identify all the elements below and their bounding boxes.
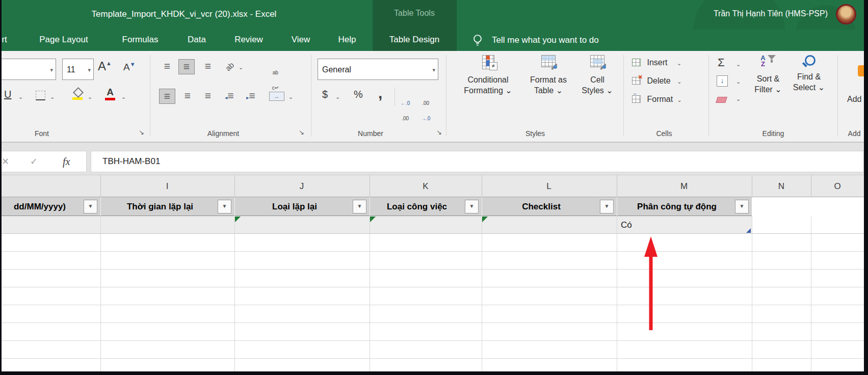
align-top-button[interactable]: ≡: [159, 59, 175, 74]
cancel-icon[interactable]: ✕: [2, 151, 9, 172]
grow-font-button[interactable]: A▲: [98, 59, 112, 73]
underline-button[interactable]: U: [4, 89, 11, 100]
tab-table-design[interactable]: Table Design: [389, 35, 439, 45]
filter-button-thoi-gian[interactable]: ▼: [218, 200, 231, 213]
filter-button-loai-lap-lai[interactable]: ▼: [353, 200, 366, 213]
header-loai-cong-viec[interactable]: Loại công việc: [387, 197, 447, 216]
font-size-combo[interactable]: 11 ▾: [62, 59, 94, 80]
font-name-combo[interactable]: ▾: [0, 59, 56, 80]
align-right-button[interactable]: ≡: [200, 89, 216, 104]
column-header-N[interactable]: N: [778, 175, 784, 197]
screen-edge-bottom: [0, 371, 868, 375]
filter-button-phan-cong[interactable]: ▼: [735, 200, 749, 213]
fill-dropdown-icon[interactable]: ⌄: [736, 78, 741, 85]
format-cells-button[interactable]: ↔ Format ⌄: [632, 95, 682, 104]
number-dialog-launcher[interactable]: ↘: [436, 128, 442, 136]
filter-button-date[interactable]: ▼: [84, 200, 97, 213]
header-cell-separator: [482, 197, 482, 216]
avatar[interactable]: [836, 4, 856, 24]
header-thoi-gian-lap-lai[interactable]: Thời gian lặp lại: [127, 197, 193, 216]
addins-button[interactable]: Add: [847, 95, 861, 104]
insert-function-icon[interactable]: fx: [63, 151, 70, 172]
currency-button[interactable]: $: [322, 89, 328, 100]
fill-color-button[interactable]: [72, 89, 83, 100]
alignment-dialog-launcher[interactable]: ↘: [299, 128, 304, 136]
find-select-button[interactable]: Find & Select ⌄: [789, 55, 829, 93]
currency-dropdown-icon[interactable]: ⌄: [335, 94, 340, 100]
enter-icon[interactable]: ✓: [30, 151, 38, 172]
borders-button[interactable]: [36, 91, 45, 100]
filter-button-loai-cong-viec[interactable]: ▼: [465, 200, 479, 213]
autosum-button[interactable]: Σ: [718, 56, 725, 69]
table-resize-handle-icon[interactable]: [746, 228, 751, 233]
dropdown-arrow-icon[interactable]: ▾: [88, 59, 91, 81]
sort-filter-button[interactable]: A Z Sort & Filter ⌄: [749, 55, 787, 95]
formula-divider[interactable]: [87, 151, 91, 172]
orientation-button[interactable]: ab: [223, 61, 235, 73]
fill-button[interactable]: ↓: [717, 75, 728, 87]
filter-button-checklist[interactable]: ▼: [600, 200, 614, 213]
tab-page-layout[interactable]: Page Layout: [39, 35, 88, 45]
fill-color-dropdown-icon[interactable]: ⌄: [88, 94, 92, 100]
header-loai-lap-lai[interactable]: Loại lặp lại: [272, 197, 317, 216]
dropdown-arrow-icon[interactable]: ▾: [50, 59, 53, 81]
column-header-J[interactable]: J: [300, 175, 304, 197]
column-header-M[interactable]: M: [680, 175, 688, 197]
insert-cells-button[interactable]: Insert ⌄: [632, 58, 681, 67]
increase-decimal-button[interactable]: ←.0 .00: [401, 91, 410, 131]
column-header-O[interactable]: O: [834, 175, 840, 197]
merge-dropdown-icon[interactable]: ⌄: [288, 94, 293, 100]
cell-styles-button[interactable]: Cell Styles ⌄: [574, 55, 621, 96]
decrease-decimal-button[interactable]: .00 →.0: [421, 91, 430, 131]
conditional-formatting-button[interactable]: ≠ Conditional Formatting ⌄: [456, 55, 520, 96]
align-bottom-button[interactable]: ≡: [200, 59, 216, 74]
formula-input[interactable]: TBH-HAM-B01: [91, 151, 864, 172]
tab-review[interactable]: Review: [234, 35, 263, 45]
clear-button[interactable]: [716, 97, 727, 103]
underline-dropdown-icon[interactable]: ⌄: [18, 94, 23, 100]
cell-phan-cong-value[interactable]: Có: [621, 216, 632, 234]
brush-tip: [602, 65, 606, 69]
orientation-dropdown-icon[interactable]: ⌄: [239, 64, 243, 71]
font-color-button[interactable]: A: [105, 87, 115, 100]
borders-dropdown-icon[interactable]: ⌄: [50, 94, 55, 100]
font-dialog-launcher[interactable]: ↘: [139, 128, 144, 136]
format-as-table-button[interactable]: Format as Table ⌄: [524, 55, 573, 96]
comma-style-button[interactable]: ,: [378, 85, 382, 102]
brush-tip: [554, 65, 557, 69]
increase-indent-button[interactable]: ▸≡: [243, 89, 259, 104]
sheet-grid[interactable]: [0, 234, 864, 371]
error-triangle-icon: [235, 217, 241, 222]
tell-me-box[interactable]: Tell me what you want to do: [492, 35, 599, 45]
decrease-indent-button[interactable]: ◂≡: [221, 89, 238, 104]
merge-center-button[interactable]: ↔: [269, 92, 284, 101]
column-header-I[interactable]: I: [166, 175, 169, 197]
account-name[interactable]: Trần Thị Hạnh Tiên (HMS-PSP): [714, 9, 828, 18]
header-checklist[interactable]: Checklist: [522, 197, 561, 216]
table-data-row[interactable]: [0, 216, 752, 234]
column-header-K[interactable]: K: [423, 175, 428, 197]
align-left-button[interactable]: ≡: [159, 89, 175, 104]
tab-help[interactable]: Help: [338, 35, 356, 45]
tab-view[interactable]: View: [292, 35, 310, 45]
font-size-value: 11: [67, 59, 75, 81]
grow-font-letter: A: [98, 59, 106, 73]
align-middle-button[interactable]: ≡: [178, 59, 195, 74]
number-format-combo[interactable]: General ▾: [318, 59, 438, 80]
clear-dropdown-icon[interactable]: ⌄: [736, 96, 741, 102]
align-center-button[interactable]: ≡: [179, 89, 196, 104]
shrink-font-button[interactable]: A▼: [123, 61, 136, 73]
header-phan-cong-tu-dong[interactable]: Phân công tự động: [637, 197, 717, 216]
tab-data[interactable]: Data: [188, 35, 206, 45]
autosum-dropdown-icon[interactable]: ⌄: [736, 61, 741, 68]
column-header-L[interactable]: L: [546, 175, 551, 197]
header-date-format[interactable]: dd/MM/yyyy): [14, 197, 66, 216]
delete-cells-button[interactable]: ✕ Delete ⌄: [632, 76, 681, 86]
percent-button[interactable]: %: [354, 89, 363, 100]
cf-label-line1: Conditional: [456, 74, 520, 85]
dropdown-arrow-icon[interactable]: ▾: [432, 59, 435, 81]
format-icon: ↔: [632, 95, 641, 103]
font-color-dropdown-icon[interactable]: ⌄: [121, 94, 126, 100]
tab-formulas[interactable]: Formulas: [122, 35, 159, 45]
decrease-decimal-line1: .00: [421, 101, 430, 106]
